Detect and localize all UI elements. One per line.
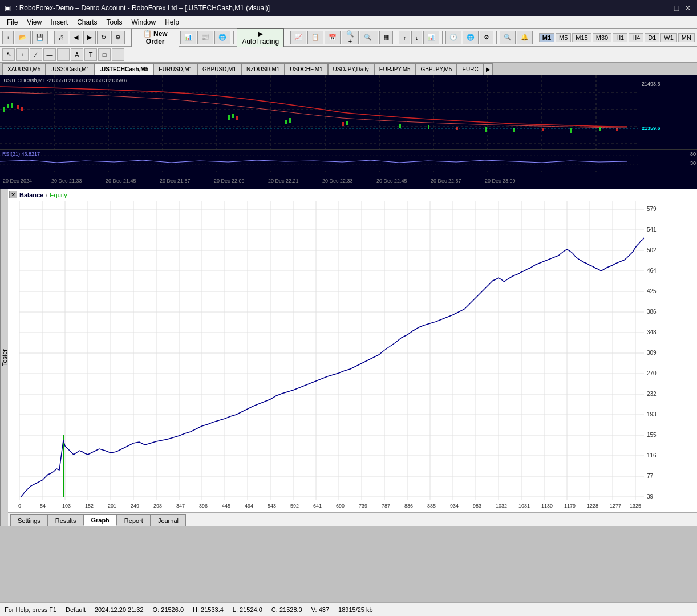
svg-text:541: 541 bbox=[647, 226, 657, 233]
tf-mn[interactable]: MN bbox=[678, 33, 695, 42]
tf-m15[interactable]: M15 bbox=[572, 33, 591, 42]
tool-hline[interactable]: — bbox=[43, 48, 56, 61]
toolbar-news[interactable]: 📰 bbox=[197, 31, 213, 44]
menu-charts[interactable]: Charts bbox=[72, 17, 102, 27]
chart-tab-eurusd[interactable]: EURUSD,M1 bbox=[153, 63, 197, 75]
new-order-button[interactable]: 📋 New Order bbox=[131, 28, 179, 47]
toolbar-search[interactable]: 🔍 bbox=[500, 31, 516, 44]
svg-text:21493.5: 21493.5 bbox=[642, 81, 660, 87]
menu-help[interactable]: Help bbox=[160, 17, 184, 27]
toolbar-fwd[interactable]: ▶ bbox=[83, 31, 96, 44]
toolbar-new-chart[interactable]: + bbox=[2, 31, 14, 44]
toolbar-zoom-out[interactable]: 🔍- bbox=[360, 31, 378, 44]
tf-d1[interactable]: D1 bbox=[645, 33, 659, 42]
svg-text:641: 641 bbox=[313, 503, 322, 509]
tf-m30[interactable]: M30 bbox=[593, 33, 611, 42]
tool-line[interactable]: ⁄ bbox=[30, 48, 42, 61]
chart-tab-arrow-right[interactable]: ▶ bbox=[484, 63, 493, 75]
toolbar-zoom-in[interactable]: 🔍+ bbox=[342, 31, 359, 44]
chart-tab-gbpusd[interactable]: GBPUSD,M1 bbox=[197, 63, 241, 75]
toolbar-chart-vol[interactable]: 📊 bbox=[423, 31, 439, 44]
tf-h4[interactable]: H4 bbox=[629, 33, 643, 42]
toolbar-lang[interactable]: 🌐 bbox=[463, 31, 479, 44]
svg-rect-18 bbox=[7, 104, 9, 108]
toolbar-refresh[interactable]: ↻ bbox=[97, 31, 110, 44]
close-button[interactable]: ✕ bbox=[683, 3, 692, 13]
chart-tab-ustech[interactable]: .USTECHCash,M5 bbox=[95, 63, 153, 75]
toolbar-notify[interactable]: 🔔 bbox=[517, 31, 533, 44]
title-bar: ▣ : RoboForex-Demo – Demo Account - Robo… bbox=[0, 0, 697, 16]
toolbar-expert[interactable]: ⚙ bbox=[111, 31, 125, 44]
menu-tools[interactable]: Tools bbox=[102, 17, 127, 27]
toolbar-grid[interactable]: ▦ bbox=[379, 31, 393, 44]
svg-rect-29 bbox=[399, 124, 401, 128]
graph-area: ✕ Balance / Equity bbox=[8, 189, 697, 512]
tool-crosshair[interactable]: + bbox=[16, 48, 29, 61]
svg-text:20 Dec 21:45: 20 Dec 21:45 bbox=[106, 178, 136, 184]
tester-tab-results[interactable]: Results bbox=[48, 514, 84, 526]
tester-tab-graph[interactable]: Graph bbox=[83, 514, 116, 526]
chart-tab-xauusd[interactable]: XAUUSD,M5 bbox=[2, 63, 46, 75]
toolbar-periods[interactable]: 📅 bbox=[325, 31, 341, 44]
menu-insert[interactable]: Insert bbox=[46, 17, 72, 27]
toolbar-config[interactable]: ⚙ bbox=[480, 31, 493, 44]
svg-text:386: 386 bbox=[647, 309, 657, 315]
tool-text[interactable]: A bbox=[71, 48, 83, 61]
tester-label[interactable]: Tester bbox=[0, 189, 8, 526]
app-icon: ▣ bbox=[5, 4, 11, 12]
tf-h1[interactable]: H1 bbox=[613, 33, 627, 42]
toolbar-print[interactable]: 🖨 bbox=[54, 31, 68, 44]
chart-tab-nzdusd[interactable]: NZDUSD,M1 bbox=[241, 63, 285, 75]
svg-text:298: 298 bbox=[153, 503, 162, 509]
menu-window[interactable]: Window bbox=[127, 17, 161, 27]
menu-view[interactable]: View bbox=[22, 17, 46, 27]
toolbar-templates[interactable]: 📋 bbox=[307, 31, 323, 44]
toolbar-sep-7 bbox=[496, 31, 497, 44]
toolbar-globe[interactable]: 🌐 bbox=[214, 31, 230, 44]
svg-text:20 Dec 22:09: 20 Dec 22:09 bbox=[214, 178, 245, 184]
balance-equity-svg: 579 541 502 464 425 386 348 309 270 232 … bbox=[8, 189, 697, 512]
chart-tab-eurc[interactable]: EURC bbox=[457, 63, 483, 75]
main-chart-svg: 21493.5 21359.6 .USTECHCash,M1 -21355.8 … bbox=[0, 75, 697, 189]
main-chart: 21493.5 21359.6 .USTECHCash,M1 -21355.8 … bbox=[0, 75, 697, 189]
graph-close-button[interactable]: ✕ bbox=[9, 191, 17, 198]
svg-rect-27 bbox=[342, 122, 344, 126]
chart-tab-us30[interactable]: .US30Cash,M1 bbox=[46, 63, 95, 75]
tf-m1[interactable]: M1 bbox=[539, 33, 554, 42]
auto-trading-button[interactable]: ▶ AutoTrading bbox=[237, 28, 284, 47]
toolbar-clock[interactable]: 🕐 bbox=[445, 31, 461, 44]
maximize-button[interactable]: □ bbox=[672, 3, 681, 13]
tf-w1[interactable]: W1 bbox=[660, 33, 677, 42]
toolbar-back[interactable]: ◀ bbox=[70, 31, 82, 44]
tester-tab-journal[interactable]: Journal bbox=[151, 514, 186, 526]
window-title: : RoboForex-Demo – Demo Account - RoboFo… bbox=[15, 4, 270, 12]
toolbar-chart-up[interactable]: ↑ bbox=[399, 31, 410, 44]
toolbar-open[interactable]: 📂 bbox=[15, 31, 31, 44]
tool-more[interactable]: ⋮ bbox=[112, 48, 124, 61]
toolbar-sep-6 bbox=[442, 31, 443, 44]
tool-label[interactable]: T bbox=[84, 48, 97, 61]
tool-arrow[interactable]: ↖ bbox=[2, 48, 15, 61]
svg-text:21359.6: 21359.6 bbox=[642, 125, 660, 131]
tool-polyline[interactable]: ≡ bbox=[57, 48, 70, 61]
toolbar-save[interactable]: 💾 bbox=[32, 31, 48, 44]
status-default: Default bbox=[66, 606, 86, 613]
tool-rect[interactable]: □ bbox=[98, 48, 111, 61]
tester-tab-settings[interactable]: Settings bbox=[10, 514, 48, 526]
chart-tab-usdjpy[interactable]: USDJPY,Daily bbox=[328, 63, 374, 75]
tf-m5[interactable]: M5 bbox=[556, 33, 571, 42]
minimize-button[interactable]: – bbox=[660, 3, 670, 13]
svg-text:502: 502 bbox=[647, 247, 657, 253]
chart-tab-gbpjpy[interactable]: GBPJPY,M5 bbox=[416, 63, 457, 75]
svg-text:1032: 1032 bbox=[496, 503, 507, 509]
toolbar-indicators[interactable]: 📈 bbox=[290, 31, 306, 44]
svg-text:1277: 1277 bbox=[610, 503, 621, 509]
tester-tab-report[interactable]: Report bbox=[117, 514, 151, 526]
chart-tab-usdchf[interactable]: USDCHF,M1 bbox=[285, 63, 327, 75]
toolbar-chart-down[interactable]: ↓ bbox=[411, 31, 423, 44]
svg-text:116: 116 bbox=[647, 452, 657, 459]
menu-file[interactable]: File bbox=[2, 17, 22, 27]
chart-tab-eurjpy[interactable]: EURJPY,M5 bbox=[374, 63, 416, 75]
toolbar-history[interactable]: 📊 bbox=[180, 31, 196, 44]
tools-bar: ↖ + ⁄ — ≡ A T □ ⋮ bbox=[0, 47, 697, 63]
